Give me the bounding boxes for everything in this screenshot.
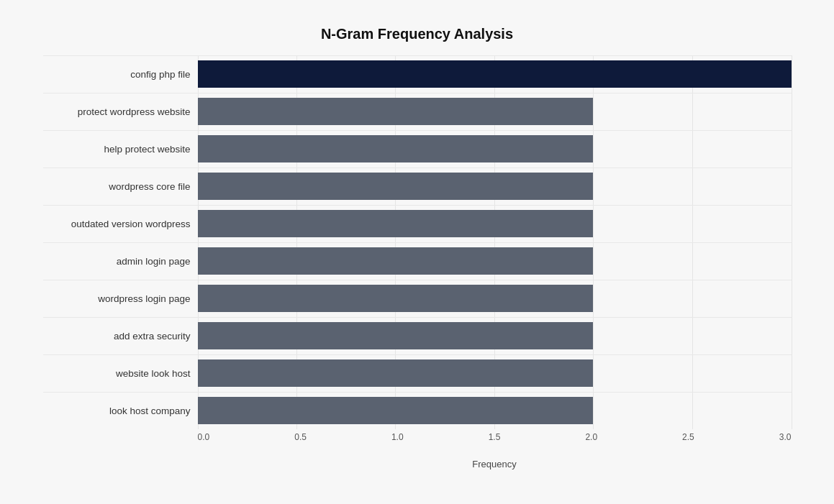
bar-fill [198,60,792,88]
x-axis-ticks: 0.00.51.01.52.02.53.0 [198,432,792,442]
bar-row: wordpress core file [43,168,792,205]
bar-row: look host company [43,392,792,429]
bar-label: wordpress core file [43,181,198,192]
bar-fill [198,98,594,125]
chart-title: N-Gram Frequency Analysis [43,26,792,42]
bar-label: wordpress login page [43,293,198,304]
x-tick-label: 0.5 [294,432,307,442]
bar-track [198,98,792,125]
bar-fill [198,247,594,275]
x-axis-label: Frequency [198,459,792,469]
x-tick-label: 1.0 [391,432,404,442]
bar-row: wordpress login page [43,280,792,317]
bar-fill [198,285,594,312]
bar-label: config php file [43,69,198,80]
bar-fill [198,322,594,349]
bar-row: help protect website [43,130,792,168]
bar-track [198,135,792,162]
bar-row: admin login page [43,242,792,280]
bar-fill [198,210,594,237]
x-axis-area: 0.00.51.01.52.02.53.0 [198,432,792,457]
x-tick-label: 3.0 [779,432,792,442]
bar-row: config php file [43,55,792,93]
bar-label: outdated version wordpress [43,219,198,229]
bar-fill [198,135,594,162]
bar-label: protect wordpress website [43,106,198,117]
bar-label: help protect website [43,144,198,155]
bar-track [198,173,792,200]
grid-line [792,55,792,429]
bar-label: add extra security [43,331,198,342]
chart-body: config php fileprotect wordpress website… [43,55,792,429]
chart-area: config php fileprotect wordpress website… [43,55,792,429]
bar-track [198,247,792,275]
bar-fill [198,359,594,387]
bar-row: outdated version wordpress [43,205,792,242]
bar-track [198,322,792,349]
bar-track [198,359,792,387]
x-tick-label: 0.0 [198,432,210,442]
x-tick-label: 2.5 [682,432,694,442]
bar-track [198,60,792,88]
bar-label: look host company [43,406,198,416]
x-tick-label: 2.0 [585,432,597,442]
bar-label: admin login page [43,256,198,267]
bar-track [198,397,792,424]
bar-label: website look host [43,368,198,379]
bar-fill [198,173,594,200]
bar-track [198,210,792,237]
bar-fill [198,397,594,424]
bar-row: website look host [43,354,792,392]
bar-row: protect wordpress website [43,93,792,130]
bar-track [198,285,792,312]
chart-container: N-Gram Frequency Analysis config php fil… [22,12,813,493]
x-tick-label: 1.5 [489,432,501,442]
bar-row: add extra security [43,317,792,354]
